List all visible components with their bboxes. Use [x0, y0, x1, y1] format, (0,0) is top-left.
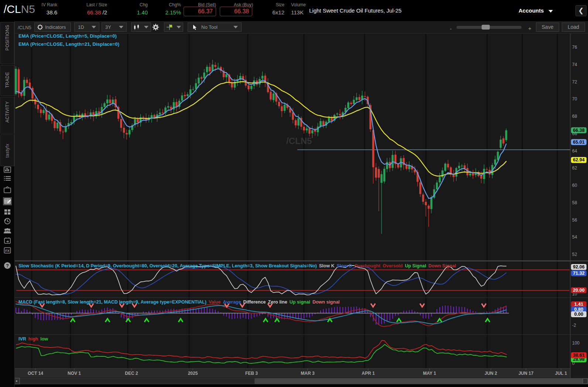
svg-text:JUN 17: JUN 17 [519, 371, 534, 376]
svg-text:20.00: 20.00 [573, 288, 584, 293]
svg-text:MAR 3: MAR 3 [301, 371, 315, 376]
svg-text:FX: FX [5, 249, 10, 253]
svg-text:68: 68 [572, 114, 577, 119]
svg-text:?: ? [6, 263, 9, 268]
svg-text:-2: -2 [572, 323, 576, 328]
svg-text:92.06: 92.06 [573, 264, 584, 270]
svg-text:/CLN5: /CLN5 [286, 136, 312, 146]
svg-text:52: 52 [572, 252, 577, 257]
svg-text:66.38: 66.38 [573, 128, 584, 133]
svg-text:DEC 2: DEC 2 [125, 371, 138, 376]
svg-text:64: 64 [572, 148, 577, 154]
svg-text:IVRhighlow: IVRhighlow [18, 336, 48, 342]
svg-text:Slow Stochastic (K Period=14,: Slow Stochastic (K Period=14, D Period=9… [18, 263, 456, 268]
svg-text:62: 62 [572, 165, 577, 171]
svg-text:76: 76 [572, 45, 577, 50]
svg-text:JUL 1: JUL 1 [555, 371, 567, 376]
svg-text:OCT 14: OCT 14 [28, 371, 43, 376]
svg-text:JUN 2: JUN 2 [485, 371, 497, 376]
svg-text:NOV 1: NOV 1 [68, 371, 81, 376]
svg-text:100: 100 [572, 340, 580, 346]
svg-text:58: 58 [572, 200, 577, 205]
svg-text:EMA (Price=CLOSE, Length=21, D: EMA (Price=CLOSE, Length=21, Displace=0) [18, 41, 119, 47]
svg-text:56: 56 [572, 218, 577, 223]
svg-text:2025: 2025 [188, 371, 198, 376]
svg-text:APR 1: APR 1 [362, 371, 375, 376]
svg-text:54: 54 [572, 234, 577, 240]
svg-text:70: 70 [572, 96, 577, 102]
svg-text:38.61: 38.61 [573, 353, 584, 358]
svg-text:62.94: 62.94 [573, 157, 584, 162]
svg-text:72: 72 [572, 79, 577, 85]
svg-text:EMA (Price=CLOSE, Length=5, Di: EMA (Price=CLOSE, Length=5, Displace=0) [18, 34, 117, 39]
svg-text:FEB 3: FEB 3 [245, 371, 258, 376]
svg-text:MACD (Fast length=8, Slow leng: MACD (Fast length=8, Slow length=21, MAC… [18, 299, 340, 305]
svg-text:60: 60 [572, 183, 577, 188]
svg-text:MAY 1: MAY 1 [423, 371, 436, 376]
svg-text:0.00: 0.00 [574, 312, 583, 317]
svg-text:65.01: 65.01 [573, 140, 584, 145]
svg-text:71.32: 71.32 [573, 271, 584, 276]
svg-text:1.41: 1.41 [574, 302, 583, 307]
svg-text:74: 74 [572, 62, 577, 67]
